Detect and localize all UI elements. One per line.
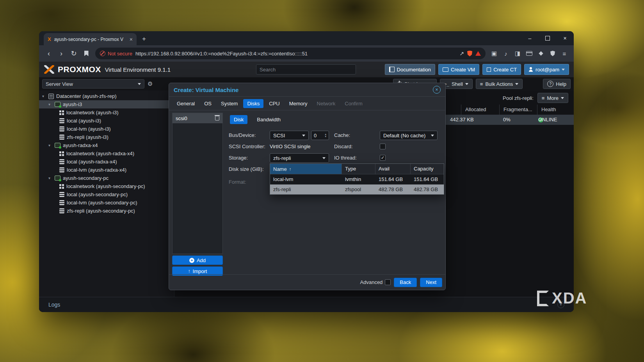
tree-item-storage[interactable]: local-lvm (ayush-radxa-x4)	[39, 166, 174, 174]
wallet-icon[interactable]	[524, 48, 535, 59]
discard-checkbox[interactable]	[380, 144, 386, 149]
tree-item-storage[interactable]: zfs-repli (ayush-i3)	[39, 133, 174, 141]
tab-os[interactable]: OS	[200, 99, 215, 108]
storage-select[interactable]: zfs-repli	[270, 153, 329, 163]
next-button[interactable]: Next	[420, 278, 442, 287]
chevron-down-icon[interactable]: ▾	[48, 176, 52, 180]
dropdown-header-name[interactable]: Name ↑	[270, 164, 342, 174]
advanced-checkbox[interactable]	[385, 279, 391, 285]
back-nav-icon[interactable]: ‹	[43, 48, 55, 59]
column-allocated[interactable]: Allocated	[461, 105, 503, 115]
shield-check-icon[interactable]	[547, 48, 558, 59]
create-vm-button[interactable]: Create VM	[438, 64, 479, 75]
minimize-button[interactable]: –	[521, 31, 539, 45]
reading-mode-icon[interactable]: ◨	[512, 48, 523, 59]
advanced-toggle[interactable]: Advanced	[360, 279, 391, 285]
column-fragmentation[interactable]: Fragmenta...	[499, 105, 541, 115]
chevron-down-icon[interactable]: ▾	[48, 143, 52, 147]
rewards-icon[interactable]	[535, 48, 546, 59]
browser-tab[interactable]: X ayush-secondary-pc - Proxmox V ×	[44, 33, 137, 45]
tree-label: local (ayush-radxa-x4)	[67, 159, 117, 165]
new-tab-button[interactable]: +	[139, 34, 149, 44]
tree-item-network[interactable]: localnetwork (ayush-i3)	[39, 108, 174, 117]
tree-node-ayush-i3[interactable]: ▾ ayush-i3	[39, 100, 174, 108]
dropdown-header-capacity[interactable]: Capacity	[411, 164, 444, 174]
close-button[interactable]: ×	[556, 31, 574, 45]
chevron-down-icon	[561, 97, 564, 99]
bulk-actions-label: Bulk Actions	[485, 81, 513, 87]
tab-close-icon[interactable]: ×	[130, 36, 133, 43]
brave-shield-icon[interactable]	[467, 51, 472, 57]
share-icon[interactable]: ↗	[459, 50, 464, 57]
forward-nav-icon[interactable]: ›	[55, 48, 67, 59]
tree-item-storage[interactable]: local-lvm (ayush-secondary-pc)	[39, 199, 174, 207]
tree-item-storage[interactable]: local (ayush-secondary-pc)	[39, 190, 174, 199]
dropdown-header-type[interactable]: Type	[342, 164, 375, 174]
tree-node-ayush-radxa-x4[interactable]: ▾ ayush-radxa-x4	[39, 141, 174, 149]
logs-panel[interactable]: Logs ▾	[39, 297, 574, 312]
dialog-header[interactable]: Create: Virtual Machine ×	[169, 83, 445, 97]
form-row-bus: Bus/Device: SCSI 0 ▴▾ Cache: Default (No…	[227, 131, 442, 140]
tab-memory[interactable]: Memory	[285, 99, 311, 108]
subtab-disk[interactable]: Disk	[230, 115, 247, 124]
tree-item-network[interactable]: localnetwork (ayush-secondary-pc)	[39, 182, 174, 190]
menu-icon[interactable]: ≡	[559, 48, 570, 59]
bus-value: SCSI	[273, 133, 285, 138]
user-icon	[528, 67, 533, 72]
tree-item-storage[interactable]: zfs-repli (ayush-secondary-pc)	[39, 207, 174, 215]
trash-icon[interactable]	[215, 116, 219, 121]
user-menu-button[interactable]: root@pam	[524, 64, 569, 75]
reload-icon[interactable]: ↻	[68, 48, 80, 59]
tree-item-storage[interactable]: local (ayush-i3)	[39, 117, 174, 125]
documentation-button[interactable]: Documentation	[385, 64, 435, 75]
bus-select[interactable]: SCSI	[270, 131, 309, 140]
tab-system[interactable]: System	[217, 99, 242, 108]
dropdown-header-avail[interactable]: Avail	[375, 164, 411, 174]
url-bar[interactable]: Not secure https://192.168.0.92:8006/#v1…	[95, 48, 486, 59]
tree-root-datacenter[interactable]: ▾ Datacenter (ayush-zfs-rep)	[39, 92, 174, 100]
dropdown-row-zfs-repli[interactable]: zfs-repli zfspool 482.78 GB 482.78 GB	[270, 185, 444, 194]
tab-disks[interactable]: Disks	[243, 99, 263, 108]
cache-select[interactable]: Default (No cache)	[380, 131, 438, 140]
back-button[interactable]: Back	[394, 278, 417, 287]
server-view-label: Server View	[46, 81, 73, 87]
disk-list-item-scsi0[interactable]: scsi0	[173, 113, 222, 123]
stepper-arrows-icon[interactable]: ▴▾	[325, 133, 326, 138]
bus-number-stepper[interactable]: 0 ▴▾	[311, 131, 329, 140]
column-health[interactable]: Health	[537, 105, 574, 115]
chevron-down-icon[interactable]: ▾	[48, 102, 52, 106]
search-input[interactable]	[256, 64, 356, 75]
io-thread-checkbox[interactable]	[380, 155, 386, 161]
storage-icon	[59, 200, 64, 205]
tree-item-storage[interactable]: local-lvm (ayush-i3)	[39, 125, 174, 133]
tree-label: ayush-radxa-x4	[63, 142, 98, 148]
subtab-bandwidth[interactable]: Bandwidth	[253, 115, 285, 124]
server-view-select[interactable]: Server View	[42, 79, 144, 89]
tab-cpu[interactable]: CPU	[265, 99, 283, 108]
cell-type: lvmthin	[342, 174, 375, 184]
add-button[interactable]: + Add	[172, 256, 223, 265]
chevron-down-icon[interactable]: ▾	[42, 94, 46, 98]
tab-general[interactable]: General	[173, 99, 199, 108]
tree-label: local (ayush-secondary-pc)	[67, 192, 128, 197]
tree-item-network[interactable]: localnetwork (ayush-radxa-x4)	[39, 149, 174, 158]
gear-icon[interactable]: ⚙	[148, 80, 153, 87]
not-secure-badge[interactable]: Not secure	[100, 51, 132, 57]
music-note-icon[interactable]: ♪	[500, 48, 511, 59]
maximize-button[interactable]	[539, 31, 556, 45]
dropdown-row-local-lvm[interactable]: local-lvm lvmthin 151.64 GB 151.64 GB	[270, 174, 444, 185]
create-ct-button[interactable]: Create CT	[482, 64, 521, 75]
bookmark-icon[interactable]	[80, 48, 92, 59]
dialog-close-icon[interactable]: ×	[433, 86, 441, 94]
warning-triangle-icon[interactable]	[475, 51, 481, 56]
dropdown-header-row: Name ↑ Type Avail Capacity	[270, 164, 444, 174]
sidebar-panel-icon[interactable]: ▣	[489, 48, 500, 59]
tree-item-storage[interactable]: local (ayush-radxa-x4)	[39, 158, 174, 166]
storage-icon	[59, 167, 64, 172]
storage-icon	[59, 159, 64, 164]
help-button[interactable]: ? Help	[543, 79, 571, 89]
bulk-actions-button[interactable]: ≡ Bulk Actions	[476, 79, 523, 89]
more-button[interactable]: ≡ More	[537, 93, 568, 103]
tree-node-ayush-secondary-pc[interactable]: ▾ ayush-secondary-pc	[39, 174, 174, 182]
cell-avail: 482.78 GB	[375, 185, 411, 194]
